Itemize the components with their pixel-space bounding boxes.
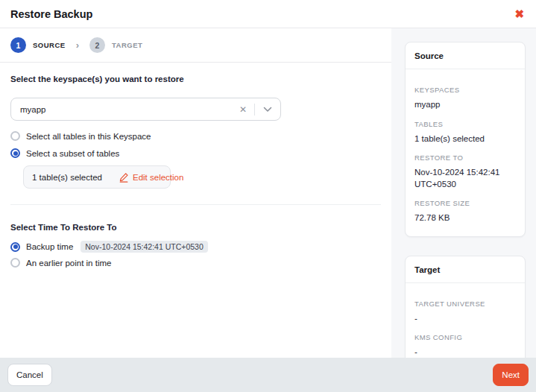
- cancel-button[interactable]: Cancel: [7, 364, 52, 386]
- field-value: 1 table(s) selected: [414, 133, 516, 145]
- source-form: Select the keyspace(s) you want to resto…: [0, 63, 391, 279]
- target-card-title: Target: [406, 256, 525, 283]
- source-card-title: Source: [406, 42, 525, 69]
- radio-backup-time[interactable]: Backup time Nov-10-2024 15:42:41 UTC+053…: [10, 241, 381, 253]
- selection-count: 1 table(s) selected: [32, 173, 102, 182]
- field-value: 72.78 KB: [414, 212, 516, 224]
- field-restore-to: RESTORE TO Nov-10-2024 15:42:41 UTC+0530: [414, 154, 516, 190]
- radio-circle-icon[interactable]: [10, 258, 20, 268]
- keyspace-select-value: myapp: [11, 105, 232, 114]
- field-target-universe: TARGET UNIVERSE -: [414, 300, 516, 325]
- modal-header: Restore Backup ✖: [0, 0, 536, 28]
- stepper: 1 SOURCE › 2 TARGET: [0, 28, 391, 63]
- radio-subset-tables[interactable]: Select a subset of tables: [10, 148, 381, 158]
- section-divider: [10, 204, 381, 205]
- close-icon[interactable]: ✖: [513, 7, 526, 21]
- field-label: RESTORE SIZE: [414, 199, 516, 207]
- radio-backup-time-label: Backup time: [26, 242, 73, 251]
- radio-earlier-point-label: An earlier point in time: [26, 259, 111, 268]
- chevron-down-icon[interactable]: [255, 107, 280, 113]
- field-label: TABLES: [414, 120, 516, 128]
- source-summary-card: Source KEYSPACES myapp TABLES 1 table(s)…: [405, 42, 526, 237]
- field-label: KMS CONFIG: [414, 333, 516, 341]
- step-target-number: 2: [89, 37, 105, 53]
- field-keyspaces: KEYSPACES myapp: [414, 86, 516, 111]
- target-summary-card: Target TARGET UNIVERSE - KMS CONFIG -: [405, 256, 526, 371]
- step-source-number: 1: [10, 37, 26, 53]
- keyspace-field-label: Select the keyspace(s) you want to resto…: [10, 75, 381, 83]
- field-value: -: [414, 313, 516, 325]
- field-value: myapp: [414, 99, 516, 111]
- main-column: 1 SOURCE › 2 TARGET Select the keyspace(…: [0, 28, 391, 358]
- edit-selection-label: Edit selection: [133, 173, 183, 182]
- radio-earlier-point[interactable]: An earlier point in time: [10, 258, 381, 268]
- clear-icon[interactable]: ✕: [232, 104, 254, 115]
- field-restore-size: RESTORE SIZE 72.78 KB: [414, 199, 516, 224]
- step-source[interactable]: 1 SOURCE: [10, 37, 66, 53]
- pencil-icon: [119, 172, 129, 183]
- step-source-label: SOURCE: [33, 41, 66, 49]
- field-value: -: [414, 347, 516, 358]
- next-button[interactable]: Next: [493, 364, 529, 386]
- summary-sidebar: Source KEYSPACES myapp TABLES 1 table(s)…: [391, 28, 536, 358]
- table-selection-summary: 1 table(s) selected Edit selection: [23, 165, 171, 189]
- field-label: RESTORE TO: [414, 154, 516, 162]
- modal-footer: Cancel Next: [0, 358, 536, 392]
- modal-title: Restore Backup: [10, 8, 92, 20]
- chevron-right-icon: ›: [73, 39, 82, 51]
- restore-backup-modal: Restore Backup ✖ 1 SOURCE › 2 TARGET Sel…: [0, 0, 536, 392]
- step-target-label: TARGET: [112, 41, 142, 49]
- source-card-body: KEYSPACES myapp TABLES 1 table(s) select…: [406, 69, 525, 236]
- step-target[interactable]: 2 TARGET: [89, 37, 142, 53]
- field-value: Nov-10-2024 15:42:41 UTC+0530: [414, 167, 516, 190]
- radio-all-tables[interactable]: Select all tables in this Keyspace: [10, 131, 381, 141]
- keyspace-select[interactable]: myapp ✕: [10, 98, 281, 121]
- time-section-label: Select Time To Restore To: [10, 223, 381, 232]
- modal-body: 1 SOURCE › 2 TARGET Select the keyspace(…: [0, 28, 536, 358]
- radio-circle-icon[interactable]: [10, 131, 20, 141]
- field-label: TARGET UNIVERSE: [414, 300, 516, 308]
- radio-circle-icon[interactable]: [10, 148, 20, 158]
- field-tables: TABLES 1 table(s) selected: [414, 120, 516, 145]
- radio-all-tables-label: Select all tables in this Keyspace: [26, 132, 151, 141]
- edit-selection-link[interactable]: Edit selection: [119, 172, 183, 183]
- radio-subset-tables-label: Select a subset of tables: [26, 149, 119, 158]
- field-kms-config: KMS CONFIG -: [414, 333, 516, 358]
- backup-time-badge: Nov-10-2024 15:42:41 UTC+0530: [81, 241, 207, 253]
- radio-circle-icon[interactable]: [10, 242, 20, 252]
- field-label: KEYSPACES: [414, 86, 516, 94]
